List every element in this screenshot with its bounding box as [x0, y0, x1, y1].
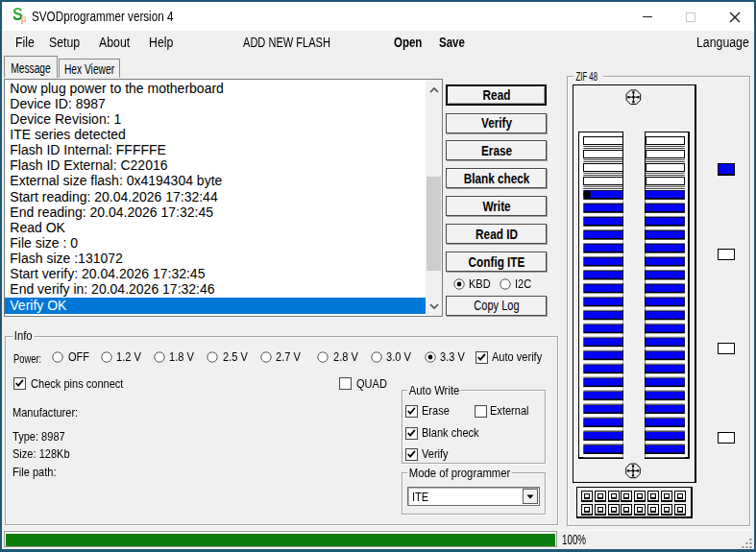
svg-text:ZIF 48: ZIF 48: [576, 72, 598, 84]
